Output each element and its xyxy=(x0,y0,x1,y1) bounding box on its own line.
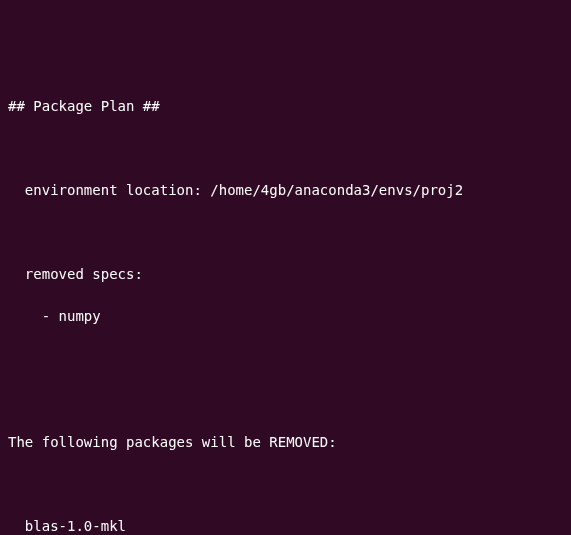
blank-line xyxy=(8,348,563,369)
blank-line xyxy=(8,138,563,159)
package-item: blas-1.0-mkl xyxy=(8,516,563,535)
plan-header: ## Package Plan ## xyxy=(8,96,563,117)
env-location-line: environment location: /home/4gb/anaconda… xyxy=(8,180,563,201)
removed-specs-label: removed specs: xyxy=(8,264,563,285)
blank-line xyxy=(8,222,563,243)
removed-spec-item: - numpy xyxy=(8,306,563,327)
env-path: /home/4gb/anaconda3/envs/proj2 xyxy=(210,182,463,198)
blank-line xyxy=(8,390,563,411)
removed-packages-header: The following packages will be REMOVED: xyxy=(8,432,563,453)
blank-line xyxy=(8,474,563,495)
env-label: environment location: xyxy=(25,182,202,198)
